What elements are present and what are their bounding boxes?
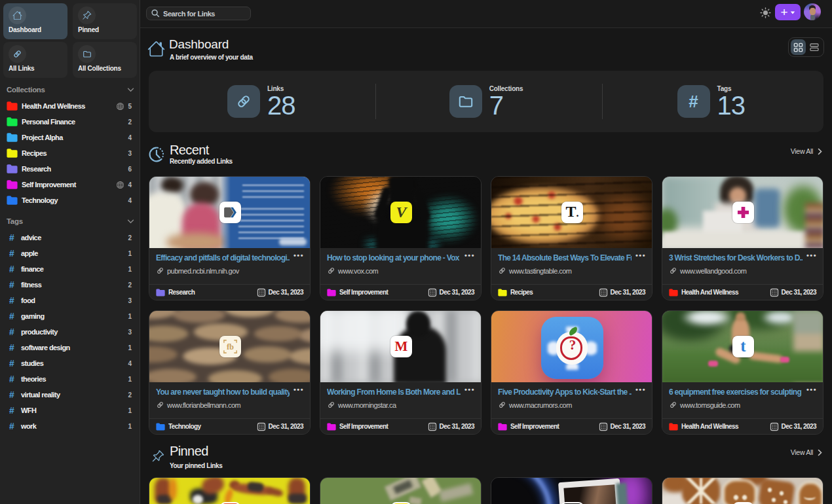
svg-text:fb: fb	[227, 342, 234, 351]
